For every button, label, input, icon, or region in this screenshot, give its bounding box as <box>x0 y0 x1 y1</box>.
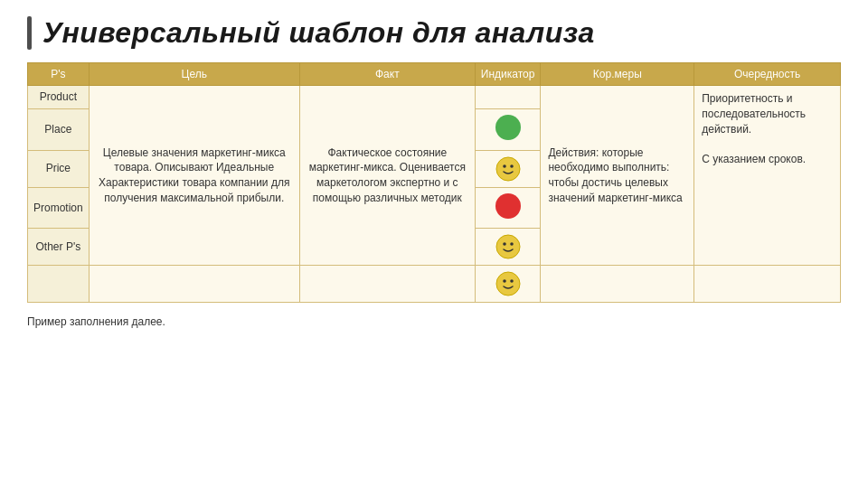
main-table: P's Цель Факт Индикатор Кор.меры Очередн… <box>27 62 841 303</box>
goal-cell: Целевые значения маркетинг-микса товара.… <box>89 86 299 266</box>
indicator-promotion <box>475 187 541 229</box>
goal-empty <box>89 266 299 303</box>
red-circle <box>495 193 521 219</box>
title-accent <box>27 16 32 50</box>
cor-empty <box>541 266 694 303</box>
table-row-extra <box>28 266 841 303</box>
svg-point-1 <box>503 164 506 168</box>
indicator-other <box>475 229 541 266</box>
table-row: Product Целевые значения маркетинг-микса… <box>28 86 841 109</box>
ps-promotion: Promotion <box>28 187 90 229</box>
indicator-product <box>475 86 541 109</box>
svg-point-5 <box>510 243 514 247</box>
ps-empty <box>28 266 90 303</box>
col-header-indicator: Индикатор <box>475 63 541 86</box>
col-header-priority: Очередность <box>694 63 841 86</box>
indicator-place <box>475 108 541 150</box>
priority-cell: Приоритетность и последовательность дейс… <box>694 86 841 266</box>
svg-point-4 <box>503 243 506 247</box>
indicator-extra <box>475 266 541 303</box>
title-bar: Универсальный шаблон для анализа <box>27 16 841 50</box>
col-header-goal: Цель <box>89 63 299 86</box>
header-row: P's Цель Факт Индикатор Кор.меры Очередн… <box>28 63 841 86</box>
fact-cell: Фактическое состояние маркетинг-микса. О… <box>299 86 475 266</box>
col-header-cor: Кор.меры <box>541 63 694 86</box>
svg-point-7 <box>503 280 506 284</box>
smiley-yellow-extra <box>495 271 521 296</box>
svg-point-6 <box>496 272 520 296</box>
fact-empty <box>299 266 475 303</box>
page: Универсальный шаблон для анализа P's Цел… <box>0 0 868 337</box>
col-header-fact: Факт <box>299 63 475 86</box>
footer-note: Пример заполнения далее. <box>27 315 841 328</box>
svg-point-3 <box>496 235 520 258</box>
green-circle <box>495 115 521 140</box>
ps-other: Other P's <box>28 229 90 266</box>
cor-cell: Действия: которые необходимо выполнить: … <box>541 86 694 266</box>
priority-text: Приоритетность и последовательность дейс… <box>702 92 806 165</box>
ps-product: Product <box>28 86 90 109</box>
svg-point-8 <box>510 280 514 284</box>
page-title: Универсальный шаблон для анализа <box>42 16 595 50</box>
smiley-yellow-price <box>495 156 521 182</box>
svg-point-2 <box>510 164 514 168</box>
col-header-ps: P's <box>28 63 90 86</box>
smiley-yellow-other <box>495 234 521 259</box>
indicator-price <box>475 150 541 187</box>
ps-price: Price <box>28 150 90 187</box>
svg-point-0 <box>496 157 520 181</box>
priority-empty <box>694 266 841 303</box>
table-wrapper: P's Цель Факт Индикатор Кор.меры Очередн… <box>27 62 841 303</box>
ps-place: Place <box>28 108 90 150</box>
